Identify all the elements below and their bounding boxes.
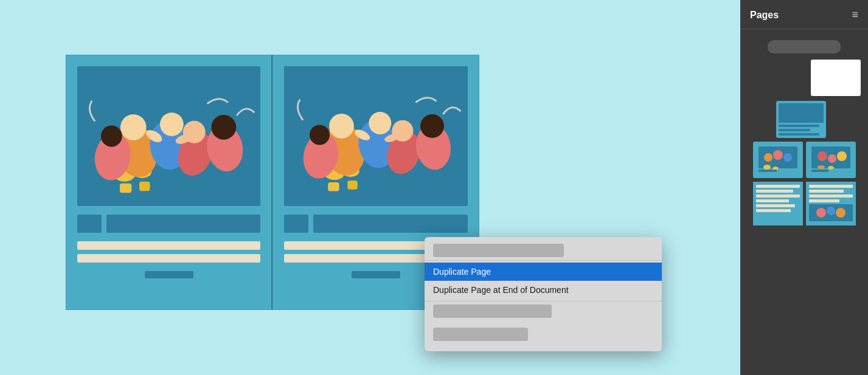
thumb-line-1 bbox=[779, 125, 819, 127]
svg-rect-32 bbox=[328, 182, 339, 191]
svg-rect-33 bbox=[347, 181, 358, 190]
panel-title: Pages bbox=[750, 10, 779, 21]
panel-thumb-2[interactable] bbox=[776, 101, 826, 138]
svg-point-12 bbox=[211, 115, 236, 140]
twl-2 bbox=[756, 190, 793, 193]
twl-4 bbox=[756, 199, 789, 202]
panel-row-3 bbox=[745, 142, 863, 178]
right-page-number-bar bbox=[352, 271, 400, 278]
svg-point-39 bbox=[763, 165, 771, 170]
left-page bbox=[66, 55, 273, 310]
svg-point-51 bbox=[816, 208, 826, 218]
svg-point-46 bbox=[837, 151, 847, 161]
pages-panel: Pages ≡ bbox=[740, 0, 868, 375]
menu-divider-1 bbox=[425, 260, 662, 261]
panel-row-2 bbox=[745, 101, 863, 138]
panel-thumb-lines-1[interactable] bbox=[753, 182, 803, 225]
panel-header: Pages ≡ bbox=[740, 0, 868, 29]
twl-3 bbox=[756, 194, 800, 198]
menu-placeholder-3 bbox=[433, 328, 528, 341]
left-page-image bbox=[77, 66, 260, 206]
svg-point-29 bbox=[420, 114, 444, 138]
svg-point-44 bbox=[818, 151, 827, 161]
panel-thumb-lines-2[interactable] bbox=[806, 182, 856, 225]
document-spread bbox=[66, 55, 479, 310]
svg-point-48 bbox=[828, 166, 834, 170]
twl-10 bbox=[809, 199, 839, 202]
twl-9 bbox=[809, 194, 853, 198]
thumb-blue-img-1 bbox=[779, 103, 824, 123]
twl-8 bbox=[809, 190, 844, 193]
panel-thumb-illust-2[interactable] bbox=[806, 142, 856, 178]
svg-point-37 bbox=[773, 150, 783, 160]
context-menu: Duplicate Page Duplicate Page at End of … bbox=[425, 237, 662, 351]
left-page-number-bar bbox=[145, 271, 193, 278]
mini-illust bbox=[809, 204, 853, 221]
svg-point-27 bbox=[369, 112, 391, 134]
panel-row-4 bbox=[745, 182, 863, 225]
menu-item-duplicate-page-end[interactable]: Duplicate Page at End of Document bbox=[425, 281, 662, 299]
panel-search[interactable] bbox=[768, 40, 841, 53]
right-page-image bbox=[284, 66, 468, 206]
panel-menu-icon[interactable]: ≡ bbox=[852, 9, 858, 21]
svg-point-38 bbox=[783, 153, 792, 162]
svg-point-52 bbox=[827, 207, 835, 215]
svg-rect-49 bbox=[811, 170, 828, 172]
left-text-line-1 bbox=[77, 241, 260, 250]
left-page-number bbox=[77, 271, 260, 278]
left-small-box bbox=[77, 215, 102, 233]
left-page-bottom-row bbox=[77, 215, 260, 233]
left-rect-bar bbox=[106, 215, 260, 233]
thumb-line-2 bbox=[779, 129, 810, 131]
menu-placeholder-2 bbox=[433, 304, 552, 318]
thumb-line-3 bbox=[779, 133, 819, 136]
left-text-line-2 bbox=[77, 254, 260, 263]
menu-item-duplicate-page[interactable]: Duplicate Page bbox=[425, 263, 662, 281]
svg-rect-16 bbox=[139, 182, 150, 191]
svg-point-25 bbox=[329, 114, 354, 139]
svg-point-45 bbox=[828, 154, 836, 163]
svg-point-9 bbox=[101, 126, 122, 147]
panel-thumb-1[interactable] bbox=[811, 60, 861, 96]
svg-point-36 bbox=[764, 153, 773, 162]
panel-thumb-illust-1[interactable] bbox=[753, 142, 803, 178]
menu-placeholder-1 bbox=[433, 244, 564, 257]
panel-first-row bbox=[745, 60, 863, 96]
svg-point-8 bbox=[120, 114, 147, 140]
svg-rect-41 bbox=[759, 170, 777, 172]
svg-point-53 bbox=[836, 208, 845, 218]
left-text-lines bbox=[77, 241, 260, 263]
right-small-box bbox=[284, 215, 308, 233]
svg-point-26 bbox=[310, 125, 330, 145]
panel-content bbox=[740, 29, 868, 375]
right-rect-bar bbox=[313, 215, 468, 233]
svg-point-10 bbox=[160, 112, 184, 136]
right-page-bottom-row bbox=[284, 215, 468, 233]
svg-rect-15 bbox=[120, 184, 131, 193]
twl-1 bbox=[756, 185, 800, 188]
twl-5 bbox=[756, 204, 796, 207]
menu-divider-2 bbox=[425, 301, 662, 301]
twl-6 bbox=[756, 209, 791, 212]
svg-point-47 bbox=[818, 165, 825, 169]
twl-7 bbox=[809, 185, 853, 188]
